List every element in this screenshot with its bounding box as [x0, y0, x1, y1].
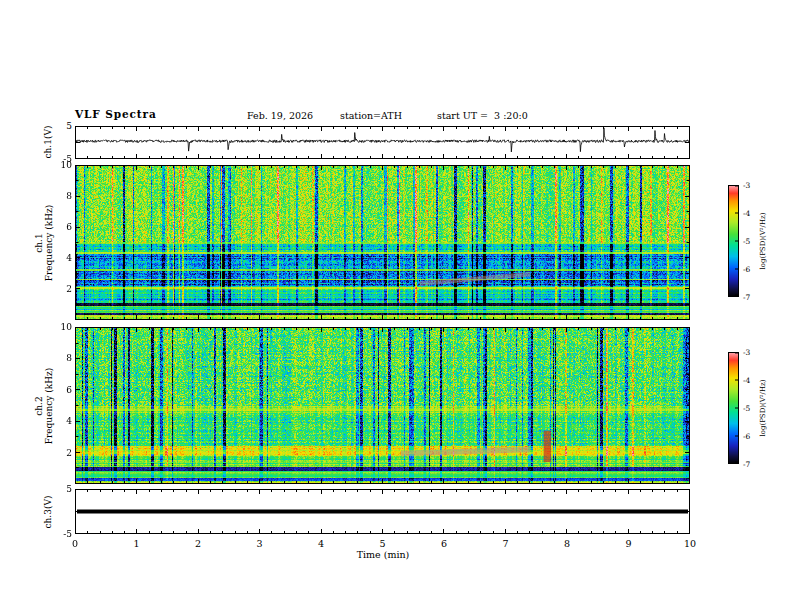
start-ut-label: start UT = 3 :20:0: [437, 110, 528, 121]
ch1-waveform-panel: [75, 126, 690, 159]
colorbar-tick-label: -5: [743, 237, 750, 246]
colorbar-tick-label: -3: [743, 181, 750, 190]
y-tick-label: 5: [43, 121, 72, 131]
colorbar-ch1: [728, 185, 739, 297]
frequency-label-line: Frequency (kHz): [44, 205, 54, 282]
x-tick-label: 1: [129, 538, 145, 549]
colorbar-ch2-label: log(PSD)(V²/Hz): [759, 380, 767, 437]
ch3-voltage-axis-label: ch.3(V): [43, 496, 53, 529]
x-tick-label: 5: [375, 538, 391, 549]
x-tick-label: 6: [436, 538, 452, 549]
colorbar-tick-label: -6: [743, 265, 750, 274]
colorbar-tick-label: -7: [743, 293, 750, 302]
colorbar-tick-label: -3: [743, 348, 750, 357]
ch1-spectrogram-panel: [75, 165, 690, 320]
y-tick-label: 8: [43, 353, 72, 363]
date-label: Feb. 19, 2026: [247, 110, 313, 121]
y-tick-label: 4: [43, 253, 72, 263]
ch2-spectrogram-panel: [75, 327, 690, 484]
y-tick-label: 6: [43, 222, 72, 232]
y-tick-label: 8: [43, 191, 72, 201]
y-tick-label: 4: [43, 416, 72, 426]
y-tick-label: 10: [43, 322, 72, 332]
figure-title: VLF Spectra: [75, 108, 157, 120]
colorbar-ch2: [728, 352, 739, 464]
y-tick-label: 10: [43, 160, 72, 170]
frequency-label-line: Frequency (kHz): [44, 368, 54, 445]
y-tick-label: 2: [43, 448, 72, 458]
x-tick-label: 3: [252, 538, 268, 549]
ch1-label-line: ch.1: [34, 205, 44, 282]
station-label: station=ATH: [340, 110, 402, 121]
y-tick-label: 5: [43, 484, 72, 494]
x-tick-label: 9: [621, 538, 637, 549]
x-tick-label: 10: [682, 538, 698, 549]
x-tick-label: 2: [190, 538, 206, 549]
y-tick-label: 2: [43, 284, 72, 294]
colorbar-ch1-label: log(PSD)(V²/Hz): [759, 213, 767, 270]
y-tick-label: 6: [43, 385, 72, 395]
colorbar-tick-label: -7: [743, 460, 750, 469]
x-tick-label: 8: [559, 538, 575, 549]
x-tick-label: 7: [498, 538, 514, 549]
colorbar-tick-label: -4: [743, 376, 750, 385]
colorbar-tick-label: -4: [743, 209, 750, 218]
colorbar-tick-label: -6: [743, 432, 750, 441]
ch2-label-line: ch.2: [34, 368, 44, 445]
vlf-spectra-figure: VLF Spectra Feb. 19, 2026 station=ATH st…: [0, 0, 792, 612]
time-axis-label: Time (min): [357, 549, 410, 560]
ch1-frequency-axis-label: ch.1 Frequency (kHz): [34, 205, 54, 282]
ch2-frequency-axis-label: ch.2 Frequency (kHz): [34, 368, 54, 445]
colorbar-tick-label: -5: [743, 404, 750, 413]
x-tick-label: 0: [67, 538, 83, 549]
ch3-waveform-panel: [75, 489, 690, 534]
x-tick-label: 4: [313, 538, 329, 549]
